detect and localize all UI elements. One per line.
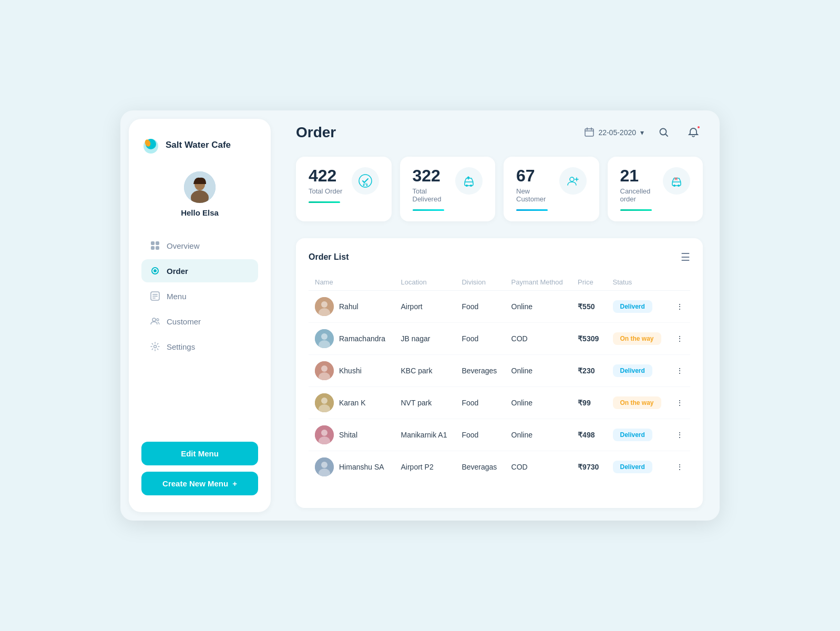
svg-point-40 (321, 398, 327, 404)
sidebar-item-label-customer: Customer (167, 317, 201, 326)
stat-info-new-customer: 67 New Customer (516, 167, 559, 211)
svg-rect-12 (152, 296, 158, 297)
cell-location-4: Manikarnik A1 (395, 419, 456, 451)
row-menu-2[interactable]: ⋮ (670, 355, 690, 387)
page-title: Order (296, 124, 336, 141)
cell-price-3: ₹99 (571, 387, 606, 419)
svg-point-46 (321, 462, 327, 468)
logo-text: Salt Water Cafe (166, 140, 231, 150)
svg-point-28 (673, 185, 675, 187)
stat-number-cancelled-order: 21 (620, 167, 663, 184)
customer-icon (150, 316, 160, 327)
order-active-icon (150, 266, 160, 276)
notification-button[interactable] (684, 123, 703, 142)
row-menu-1[interactable]: ⋮ (670, 323, 690, 355)
sidebar-item-settings[interactable]: Settings (141, 335, 258, 358)
stat-label-cancelled-order: Cancelled order (620, 187, 663, 203)
row-menu-4[interactable]: ⋮ (670, 419, 690, 451)
cell-division-2: Beverages (455, 355, 505, 387)
sidebar-buttons: Edit Menu Create New Menu + (141, 442, 258, 495)
row-menu-5[interactable]: ⋮ (670, 451, 690, 483)
cell-name-4: Shital (309, 419, 395, 451)
sidebar: Salt Water Cafe Hello Elsa (129, 119, 271, 512)
logo-icon (141, 136, 160, 155)
cell-name-3: Karan K (309, 387, 395, 419)
cell-location-3: NVT park (395, 387, 456, 419)
order-list-section: Order List ☰ Name Location Division Paym… (296, 238, 703, 508)
search-button[interactable] (654, 123, 673, 142)
col-division: Division (455, 274, 505, 291)
table-row: Ramachandra JB nagar Food COD ₹5309 On t… (309, 323, 690, 355)
stat-icon-total-order (352, 167, 379, 195)
stat-card-total-delivered: 322 Total Delivered (400, 157, 496, 221)
notification-dot (696, 125, 701, 129)
svg-point-43 (321, 430, 327, 436)
order-table: Name Location Division Paymant Method Pr… (309, 274, 690, 483)
stat-number-total-order: 422 (309, 167, 342, 184)
svg-point-22 (366, 185, 367, 186)
stat-info-total-delivered: 322 Total Delivered (413, 167, 456, 211)
cell-division-3: Food (455, 387, 505, 419)
cell-price-1: ₹5309 (571, 323, 606, 355)
table-row: Himanshu SA Airport P2 Beveragas COD ₹97… (309, 451, 690, 483)
order-list-title: Order List (309, 252, 349, 262)
stat-label-total-delivered: Total Delivered (413, 187, 456, 203)
user-section: Hello Elsa (141, 171, 258, 217)
sidebar-item-customer[interactable]: Customer (141, 310, 258, 333)
table-header: Name Location Division Paymant Method Pr… (309, 274, 690, 291)
stat-number-new-customer: 67 (516, 167, 559, 184)
svg-point-31 (321, 301, 327, 308)
order-list-header: Order List ☰ (309, 251, 690, 263)
svg-point-16 (154, 345, 157, 348)
row-menu-3[interactable]: ⋮ (670, 387, 690, 419)
stat-card-cancelled-order: 21 Cancelled order (608, 157, 703, 221)
table-row: Shital Manikarnik A1 Food Online ₹498 De… (309, 419, 690, 451)
cell-name-1: Ramachandra (309, 323, 395, 355)
col-payment: Paymant Method (505, 274, 572, 291)
date-selector[interactable]: 22-05-2020 ▾ (585, 127, 644, 138)
date-dropdown-icon: ▾ (640, 128, 644, 137)
top-header: Order 22-05-2020 ▾ (296, 123, 703, 142)
cell-location-2: KBC park (395, 355, 456, 387)
stat-icon-new-customer (559, 167, 587, 195)
stat-label-total-order: Total Order (309, 187, 342, 195)
cell-location-0: Airport (395, 291, 456, 323)
cell-status-5: Deliverd (607, 451, 670, 483)
cell-payment-1: COD (505, 323, 572, 355)
settings-icon (150, 341, 160, 352)
svg-point-14 (152, 318, 156, 321)
overview-icon (150, 240, 160, 251)
svg-point-34 (321, 333, 327, 340)
logo-row: Salt Water Cafe (141, 136, 258, 155)
col-status: Status (607, 274, 670, 291)
sidebar-item-order[interactable]: Order (141, 259, 258, 282)
cell-status-2: Deliverd (607, 355, 670, 387)
sidebar-item-overview[interactable]: Overview (141, 234, 258, 257)
stat-underline-total-delivered (413, 209, 444, 211)
cell-location-1: JB nagar (395, 323, 456, 355)
col-location: Location (395, 274, 456, 291)
stats-row: 422 Total Order 322 (296, 157, 703, 221)
row-menu-0[interactable]: ⋮ (670, 291, 690, 323)
stat-underline-total-order (309, 201, 340, 203)
stat-icon-total-delivered (455, 167, 483, 195)
svg-point-21 (363, 185, 364, 186)
table-row: Karan K NVT park Food Online ₹99 On the … (309, 387, 690, 419)
sidebar-item-menu[interactable]: Menu (141, 284, 258, 308)
svg-point-37 (321, 365, 327, 372)
sidebar-item-label-menu: Menu (167, 292, 187, 301)
order-list-menu-icon[interactable]: ☰ (681, 251, 690, 263)
header-actions: 22-05-2020 ▾ (585, 123, 703, 142)
cell-payment-0: Online (505, 291, 572, 323)
svg-rect-8 (151, 246, 155, 250)
cell-price-5: ₹9730 (571, 451, 606, 483)
stat-underline-cancelled-order (620, 209, 652, 211)
order-table-body: Rahul Airport Food Online ₹550 Deliverd … (309, 291, 690, 483)
svg-point-26 (570, 177, 574, 181)
svg-point-24 (466, 185, 468, 187)
edit-menu-button[interactable]: Edit Menu (141, 442, 258, 465)
cell-status-3: On the way (607, 387, 670, 419)
cell-payment-2: Online (505, 355, 572, 387)
cell-price-2: ₹230 (571, 355, 606, 387)
create-menu-button[interactable]: Create New Menu + (141, 472, 258, 495)
